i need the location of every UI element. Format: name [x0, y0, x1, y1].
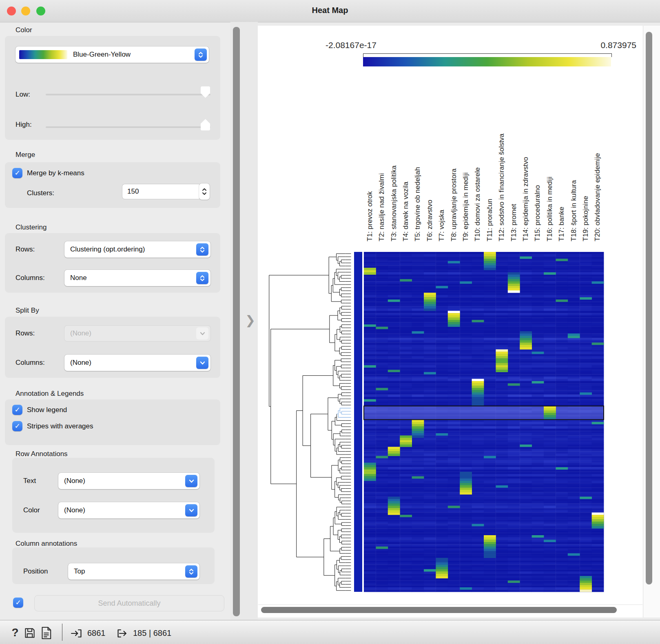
column-label: T13: promet	[510, 204, 518, 241]
splitby-rows-value: (None)	[64, 329, 196, 337]
position-label: Position	[23, 567, 48, 576]
input-count: 6861	[87, 629, 106, 638]
horizontal-scroll-separator	[258, 604, 642, 605]
clusters-stepper[interactable]	[199, 183, 210, 200]
send-automatically-label: Send Automatically	[98, 599, 160, 608]
clustering-rows-value: Clustering (opt.ordering)	[64, 245, 196, 254]
column-label: T10: domovi za ostarele	[474, 168, 482, 241]
vertical-scrollbar[interactable]	[646, 32, 652, 584]
splitby-columns-combobox[interactable]: (None)	[64, 355, 210, 371]
clusters-input[interactable]: 150	[122, 184, 201, 199]
chevron-down-icon	[196, 327, 208, 340]
column-label: T7: vojska	[438, 210, 446, 241]
chevron-updown-icon	[196, 272, 208, 284]
column-label: T20: obvladovanje epidemije	[594, 153, 602, 241]
row-annotations-color-label: Color	[23, 506, 40, 514]
legend-min-value: -2.08167e-17	[326, 40, 377, 50]
column-label: T15: proceduralno	[534, 185, 542, 241]
colorbar	[363, 57, 611, 66]
clustering-columns-label: Columns:	[16, 274, 45, 282]
high-slider[interactable]	[46, 126, 210, 128]
position-value: Top	[68, 567, 185, 576]
send-automatically-button[interactable]: Send Automatically	[34, 595, 224, 611]
column-label: T6: zdravstvo	[426, 200, 434, 241]
column-label: T4: davek na vozila	[402, 182, 410, 241]
check-icon: ✓	[15, 598, 21, 607]
row-annotations-section-label: Row Annotations	[16, 450, 68, 458]
row-annotations-color-combobox[interactable]: (None)	[58, 502, 199, 518]
palette-combobox-value: Blue-Green-Yellow	[67, 51, 195, 59]
low-slider-label: Low:	[16, 90, 30, 99]
clustering-rows-label: Rows:	[16, 245, 35, 254]
check-icon: ✓	[14, 406, 20, 414]
clustering-rows-combobox[interactable]: Clustering (opt.ordering)	[64, 241, 210, 258]
stripes-checkbox[interactable]: ✓	[12, 421, 22, 431]
report-document-icon[interactable]	[41, 626, 52, 640]
high-slider-label: High:	[16, 121, 32, 129]
chevron-updown-icon	[195, 49, 207, 61]
column-label: T2: nasilje nad živalmi	[378, 173, 386, 241]
column-label: T11: proračun	[486, 198, 494, 241]
column-annotations-section-label: Column annotations	[16, 540, 77, 548]
clustering-columns-combobox[interactable]: None	[64, 270, 210, 286]
chevron-updown-icon	[196, 243, 208, 256]
row-annotations-text-combobox[interactable]: (None)	[58, 473, 199, 489]
show-legend-label: Show legend	[27, 406, 67, 414]
clustering-section-label: Clustering	[16, 223, 47, 232]
stepper-down-icon	[202, 192, 207, 195]
clusters-label: Clusters:	[27, 189, 54, 197]
output-count: 185 | 6861	[133, 629, 171, 638]
column-label: T12: sodstvo in financiranje šolstva	[498, 133, 506, 241]
merge-kmeans-label: Merge by k-means	[27, 169, 84, 177]
splitby-rows-label: Rows:	[16, 329, 35, 337]
row-annotations-text-label: Text	[23, 477, 36, 485]
title-bar: Heat Map	[0, 0, 660, 22]
window-title: Heat Map	[0, 6, 660, 15]
stepper-up-icon	[202, 188, 207, 191]
show-legend-checkbox[interactable]: ✓	[12, 405, 22, 415]
column-label: T18: šport in kultura	[570, 180, 578, 241]
splitby-columns-label: Columns:	[16, 359, 45, 367]
output-count-icon	[116, 628, 129, 639]
chevron-updown-icon	[185, 565, 197, 578]
colorbar-ruler	[363, 53, 612, 57]
annotation-section-label: Annotation & Legends	[16, 390, 84, 398]
help-icon[interactable]: ?	[9, 625, 21, 640]
position-combobox[interactable]: Top	[68, 563, 199, 580]
horizontal-scrollbar[interactable]	[261, 607, 617, 613]
chevron-down-icon	[196, 357, 208, 369]
expand-splitter-chevron-icon[interactable]: ❯	[245, 313, 255, 327]
merge-section-label: Merge	[16, 151, 35, 159]
merge-kmeans-checkbox[interactable]: ✓	[12, 168, 22, 178]
check-icon: ✓	[14, 422, 20, 430]
check-icon: ✓	[14, 169, 20, 177]
column-label: T16: politika in mediji	[546, 176, 554, 241]
legend-max-value: 0.873975	[555, 40, 636, 50]
clusters-value: 150	[127, 187, 139, 196]
splitby-columns-value: (None)	[64, 359, 196, 367]
column-label: T3: stanovanjska politika	[390, 165, 398, 241]
column-label: T5: trgovine ob nedeljah	[414, 167, 422, 241]
stripes-label: Stripes with averages	[27, 422, 93, 430]
palette-swatch	[19, 50, 67, 59]
send-automatically-checkbox[interactable]: ✓	[13, 598, 23, 608]
splitby-section-label: Split By	[16, 307, 39, 315]
clustering-columns-value: None	[64, 274, 196, 282]
splitby-rows-combobox: (None)	[64, 326, 210, 341]
row-annotations-text-value: (None)	[58, 477, 185, 485]
palette-combobox[interactable]: Blue-Green-Yellow	[16, 46, 209, 63]
heatmap-canvas[interactable]	[258, 249, 644, 595]
low-slider[interactable]	[46, 94, 210, 95]
input-count-icon	[70, 628, 83, 639]
column-label: T19: pokojnine	[582, 196, 590, 241]
column-label: T8: upravljanje prostora	[450, 168, 458, 241]
status-divider	[62, 624, 62, 641]
column-label: T17: banke	[558, 207, 566, 241]
row-annotations-groupbox	[12, 458, 215, 533]
chevron-down-icon	[185, 504, 197, 516]
sidebar-scrollbar[interactable]	[233, 27, 240, 616]
save-icon[interactable]	[24, 627, 36, 639]
column-label: T9: epidemija in mediji	[462, 172, 470, 241]
column-label: T1: prevoz otrok	[366, 191, 374, 241]
chevron-down-icon	[185, 475, 197, 487]
